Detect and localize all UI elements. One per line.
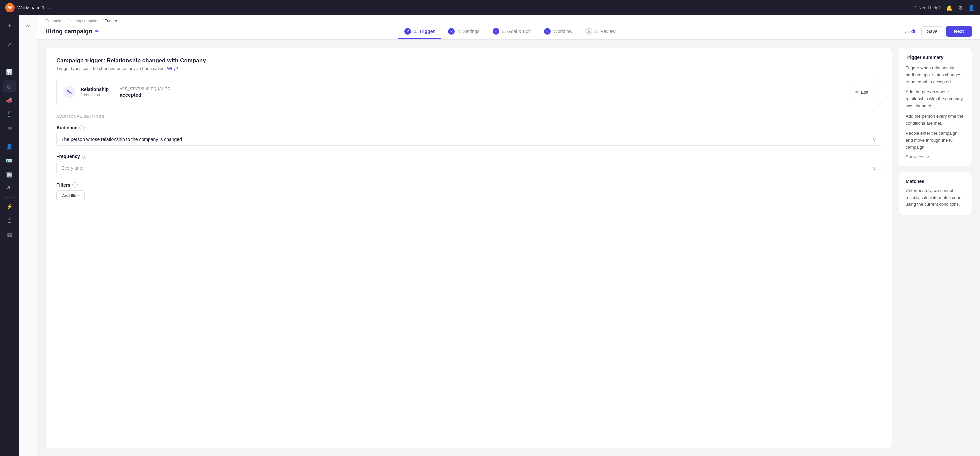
- svg-line-2: [69, 91, 70, 93]
- left-sidebar: ✦ ↗ ≡ 📊 ◎ 📣 📱 ✉ 👤 🪪 🏢 👁 ⚡ 🗄 ▦: [0, 15, 19, 456]
- frequency-info-icon[interactable]: i: [82, 154, 88, 159]
- audience-info-icon[interactable]: i: [80, 125, 85, 130]
- settings-icon[interactable]: ⚙: [958, 5, 963, 11]
- show-less-label: Show less: [906, 154, 925, 159]
- sidebar-icon-chart[interactable]: 📊: [3, 66, 16, 78]
- top-nav-actions: ? Need help? 🔔 ⚙ 👤: [914, 5, 975, 11]
- sidebar-divider-2: [4, 137, 15, 137]
- sidebar-icon-send[interactable]: ↗: [3, 38, 16, 50]
- main-content-card: Campaign trigger: Relationship changed w…: [45, 48, 892, 448]
- user-avatar-icon[interactable]: 👤: [968, 5, 975, 11]
- svg-point-0: [67, 90, 69, 92]
- sidebar-icon-logo[interactable]: ✦: [3, 19, 16, 32]
- audience-chevron-icon: ∨: [873, 137, 876, 142]
- summary-title: Trigger summary: [906, 55, 965, 60]
- main-area: Campaigns / Hiring campaign / Trigger Hi…: [37, 15, 980, 456]
- sub-header: Campaigns / Hiring campaign / Trigger Hi…: [37, 15, 980, 40]
- right-panel: Trigger summary Trigger when relationshi…: [899, 48, 972, 448]
- step-trigger-icon: ✓: [404, 28, 411, 35]
- top-navigation: W Workspace 1 ⌄ ? Need help? 🔔 ⚙ 👤: [0, 0, 980, 15]
- frequency-field-group: Frequency i Every time ∨: [56, 154, 881, 174]
- frequency-select[interactable]: Every time ∨: [56, 162, 881, 174]
- summary-text: Trigger when relationship attribute app_…: [906, 65, 965, 151]
- step-trigger[interactable]: ✓ 1. Trigger: [398, 27, 441, 36]
- sidebar-icon-table[interactable]: ▦: [3, 228, 16, 241]
- step-goal-exit-label: 3. Goal & Exit: [502, 29, 531, 34]
- edit-pencil-icon: ✏: [855, 90, 859, 95]
- show-less-chevron-icon: ∧: [927, 154, 930, 159]
- save-button[interactable]: Save: [921, 26, 943, 37]
- matches-title: Matches: [906, 179, 965, 184]
- step-workflow[interactable]: ✓ Workflow: [537, 27, 579, 36]
- step-navigation: ✓ 1. Trigger ✓ 2. Settings ✓ 3. Goal & E…: [119, 27, 901, 36]
- relationship-condition: APP_STATUS IS EQUAL TO accepted: [120, 87, 844, 98]
- step-review-label: 5. Review: [595, 29, 615, 34]
- next-button[interactable]: Next: [946, 26, 972, 37]
- summary-line-3: Add the person every time the conditions…: [906, 113, 965, 127]
- step-goal-exit-icon: ✓: [493, 28, 500, 35]
- breadcrumb-sep-1: /: [68, 19, 68, 23]
- filters-info-icon[interactable]: i: [72, 182, 78, 187]
- help-button[interactable]: ? Need help?: [914, 5, 941, 10]
- step-review[interactable]: 5 5. Review: [579, 27, 622, 36]
- secondary-sidebar: ≫: [19, 15, 37, 456]
- filters-field-group: Filters i Add filter: [56, 182, 881, 201]
- trigger-summary-card: Trigger summary Trigger when relationshi…: [899, 48, 972, 166]
- secondary-icon-expand[interactable]: ≫: [22, 19, 34, 32]
- sidebar-icon-person[interactable]: 👤: [3, 140, 16, 153]
- workspace-name: Workspace 1: [18, 5, 45, 10]
- edit-campaign-icon[interactable]: ✏: [95, 29, 99, 34]
- sidebar-icon-announcements[interactable]: 📣: [3, 94, 16, 106]
- relationship-icon: [63, 86, 75, 98]
- relationship-divider: [114, 85, 115, 99]
- sidebar-divider-3: [4, 197, 15, 198]
- add-filter-button[interactable]: Add filter: [56, 190, 85, 201]
- sidebar-icon-mobile[interactable]: 📱: [3, 108, 16, 120]
- campaign-title-section: Hiring campaign ✏: [45, 28, 119, 35]
- breadcrumb-current: Trigger: [105, 19, 117, 23]
- filters-label: Filters i: [56, 182, 881, 187]
- page-body: Campaign trigger: Relationship changed w…: [37, 40, 980, 456]
- notifications-icon[interactable]: 🔔: [946, 5, 953, 11]
- sidebar-icon-campaigns[interactable]: ◎: [3, 79, 16, 92]
- breadcrumb-sep-2: /: [102, 19, 103, 23]
- campaign-title-text: Hiring campaign: [45, 28, 92, 35]
- summary-line-1: Trigger when relationship attribute app_…: [906, 65, 965, 85]
- summary-line-4: People enter the campaign and move throu…: [906, 130, 965, 151]
- audience-select[interactable]: The person whose relationship to the com…: [56, 133, 881, 146]
- condition-value: accepted: [120, 92, 844, 98]
- step-goal-exit[interactable]: ✓ 3. Goal & Exit: [486, 27, 537, 36]
- sidebar-icon-database[interactable]: 🗄: [3, 214, 16, 227]
- workspace-chevron-icon[interactable]: ⌄: [48, 5, 51, 10]
- sidebar-icon-contact[interactable]: 🪪: [3, 154, 16, 167]
- sidebar-icon-mail[interactable]: ✉: [3, 122, 16, 134]
- step-settings[interactable]: ✓ 2. Settings: [441, 27, 486, 36]
- sidebar-icon-company[interactable]: 🏢: [3, 168, 16, 181]
- sidebar-divider-1: [4, 35, 15, 35]
- relationship-title: Relationship: [81, 87, 109, 92]
- frequency-chevron-icon: ∨: [873, 165, 876, 171]
- step-workflow-icon: ✓: [544, 28, 550, 35]
- sidebar-icon-menu[interactable]: ≡: [3, 52, 16, 64]
- svg-point-1: [70, 93, 72, 94]
- relationship-info: Relationship 1 condition: [81, 87, 109, 97]
- trigger-card-title: Campaign trigger: Relationship changed w…: [56, 57, 881, 64]
- sidebar-icon-pulse[interactable]: ⚡: [3, 200, 16, 213]
- step-settings-icon: ✓: [448, 28, 455, 35]
- frequency-label: Frequency i: [56, 154, 881, 159]
- edit-button[interactable]: ✏ Edit: [850, 87, 874, 97]
- exit-chevron-icon: ‹: [905, 29, 906, 34]
- header-actions: ‹ Exit Save Next: [901, 26, 972, 37]
- relationship-block: Relationship 1 condition APP_STATUS IS E…: [56, 79, 881, 105]
- show-less-button[interactable]: Show less ∧: [906, 154, 965, 159]
- audience-select-value: The person whose relationship to the com…: [61, 137, 182, 142]
- audience-label: Audience i: [56, 125, 881, 130]
- help-circle-icon: ?: [914, 5, 916, 10]
- sidebar-icon-segment[interactable]: 👁: [3, 182, 16, 195]
- why-link[interactable]: Why?: [167, 66, 178, 71]
- breadcrumb-campaigns[interactable]: Campaigns: [45, 19, 66, 23]
- breadcrumb-hiring-campaign[interactable]: Hiring campaign: [71, 19, 100, 23]
- exit-button[interactable]: ‹ Exit: [901, 27, 919, 36]
- matches-text: Unfortunately, we cannot reliably calcul…: [906, 187, 965, 208]
- matches-card: Matches Unfortunately, we cannot reliabl…: [899, 172, 972, 215]
